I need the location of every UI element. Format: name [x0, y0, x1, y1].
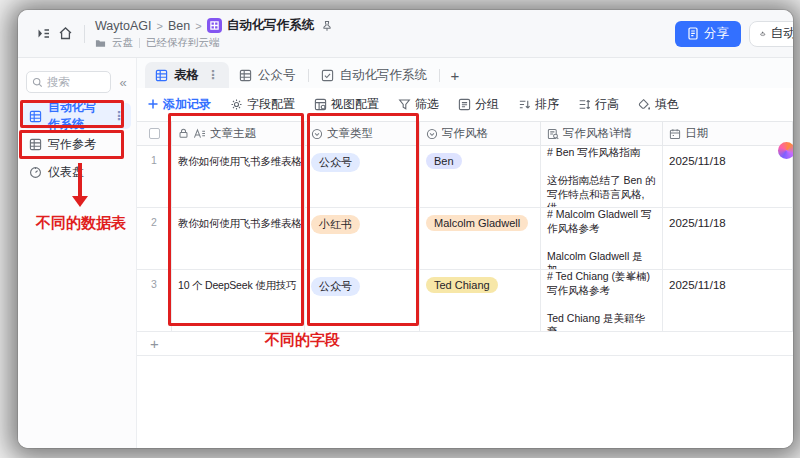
home-icon[interactable] [54, 23, 76, 45]
breadcrumb: WaytoAGI > Ben > 自动化写作系统 [95, 17, 335, 50]
table-row[interactable]: 3 10 个 DeepSeek 使用技巧 公众号 Ted Chiang # Te… [137, 270, 793, 332]
doc-search-icon [547, 128, 559, 140]
cell-topic[interactable]: 教你如何使用飞书多维表格 [172, 146, 305, 208]
text-field-icon [193, 128, 206, 139]
select-all-checkbox[interactable] [149, 128, 160, 139]
share-button[interactable]: 分享 [675, 21, 741, 47]
view-tab-bar: 表格 ⋮ 公众号 [137, 58, 793, 88]
pin-icon[interactable] [319, 18, 335, 34]
lock-icon [178, 128, 189, 139]
tag-writing-style[interactable]: Ted Chiang [426, 277, 498, 293]
add-record-button[interactable]: 添加记录 [147, 96, 211, 113]
tag-article-type[interactable]: 小红书 [311, 215, 360, 234]
tool-label: 视图配置 [331, 96, 379, 113]
status-divider [139, 38, 140, 48]
row-height-button[interactable]: 行高 [578, 96, 619, 113]
fill-color-button[interactable]: 填色 [638, 96, 679, 113]
tag-writing-style[interactable]: Malcolm Gladwell [426, 215, 528, 231]
ai-assistant-orb-icon[interactable] [778, 142, 793, 159]
column-header-style[interactable]: 写作风格 [420, 122, 541, 146]
add-view-button[interactable]: + [442, 62, 468, 88]
breadcrumb-separator: > [195, 20, 201, 32]
column-header-date[interactable]: 日期 [663, 122, 793, 146]
cell-date[interactable]: 2025/11/18 [663, 270, 793, 332]
cell-topic[interactable]: 教你如何使用飞书多维表格 [172, 208, 305, 270]
sort-button[interactable]: 排序 [518, 96, 559, 113]
tab-grid-view[interactable]: 表格 ⋮ [145, 62, 229, 88]
gear-icon [230, 98, 243, 111]
cell-style[interactable]: Ben [420, 146, 541, 208]
item-menu-icon[interactable]: ⋮ [113, 109, 125, 123]
tab-label: 公众号 [258, 67, 296, 84]
breadcrumb-parent[interactable]: Ben [168, 19, 190, 33]
filter-button[interactable]: 筛选 [398, 96, 439, 113]
cell-topic[interactable]: 10 个 DeepSeek 使用技巧 [172, 270, 305, 332]
storage-location[interactable]: 云盘 [112, 36, 133, 50]
calendar-icon [669, 128, 681, 140]
column-name: 写作风格 [442, 126, 488, 141]
sort-icon [518, 98, 531, 111]
view-config-icon [314, 98, 327, 111]
dashboard-gauge-icon [29, 166, 42, 179]
save-status: 已经保存到云端 [146, 36, 220, 50]
column-name: 日期 [685, 126, 708, 141]
tab-official-account[interactable]: 公众号 [229, 62, 306, 88]
table-row[interactable]: 1 教你如何使用飞书多维表格 公众号 Ben # Ben 写作风格指南 这份指南… [137, 146, 793, 208]
add-record-row[interactable]: + [137, 332, 793, 356]
cell-date[interactable]: 2025/11/18 [663, 146, 793, 208]
folder-icon [95, 38, 106, 49]
column-name: 写作风格详情 [563, 126, 632, 141]
tag-article-type[interactable]: 公众号 [311, 277, 360, 296]
tag-writing-style[interactable]: Ben [426, 153, 462, 169]
group-button[interactable]: 分组 [458, 96, 499, 113]
sidebar-item-writing-reference[interactable]: 写作参考 [23, 131, 131, 157]
cell-date[interactable]: 2025/11/18 [663, 208, 793, 270]
sidebar-toggle-icon[interactable] [32, 23, 54, 45]
sidebar-item-label: 自动化写作系统 [48, 99, 107, 133]
table-header-row: 文章主题 文章类型 [137, 121, 793, 146]
table-row[interactable]: 2 教你如何使用飞书多维表格 小红书 Malcolm Gladwell # Ma… [137, 208, 793, 270]
search-input-wrap [26, 71, 111, 93]
form-view-icon [321, 69, 334, 82]
tool-label: 行高 [595, 96, 619, 113]
view-config-button[interactable]: 视图配置 [314, 96, 379, 113]
column-header-type[interactable]: 文章类型 [305, 122, 420, 146]
topbar-actions: 分享 自动化 [675, 21, 793, 47]
column-name: 文章主题 [210, 126, 256, 141]
tab-auto-writing-system[interactable]: 自动化写作系统 [311, 62, 438, 88]
cell-style-detail[interactable]: # Ted Chiang (姜峯楠) 写作风格参考 Ted Chiang 是美籍… [541, 270, 663, 332]
tab-label: 表格 [174, 67, 199, 84]
cell-type[interactable]: 小红书 [305, 208, 420, 270]
tag-article-type[interactable]: 公众号 [311, 153, 360, 172]
sidebar-item-dashboard[interactable]: 仪表盘 [23, 159, 131, 185]
tab-label: 自动化写作系统 [340, 67, 428, 84]
cell-style-detail[interactable]: # Ben 写作风格指南 这份指南总结了 Ben 的写作特点和语言风格,供... [541, 146, 663, 208]
search-input[interactable] [47, 76, 99, 88]
column-header-topic[interactable]: 文章主题 [172, 122, 305, 146]
cell-type[interactable]: 公众号 [305, 270, 420, 332]
plus-icon [147, 98, 159, 110]
assistant-button-label: 自动化 [771, 25, 794, 42]
topbar-divider [84, 25, 85, 43]
single-select-icon [426, 128, 438, 140]
field-config-button[interactable]: 字段配置 [230, 96, 295, 113]
row-number: 1 [137, 146, 172, 208]
main-content: 表格 ⋮ 公众号 [137, 58, 793, 448]
cell-style[interactable]: Ted Chiang [420, 270, 541, 332]
cell-type[interactable]: 公众号 [305, 146, 420, 208]
collapse-sidebar-icon[interactable]: « [115, 75, 131, 90]
cell-style[interactable]: Malcolm Gladwell [420, 208, 541, 270]
sidebar-item-auto-writing-system[interactable]: 自动化写作系统 ⋮ [23, 103, 131, 129]
tool-label: 筛选 [415, 96, 439, 113]
row-height-icon [578, 98, 591, 111]
breadcrumb-root[interactable]: WaytoAGI [95, 19, 152, 33]
assistant-button[interactable]: 自动化 [749, 21, 793, 47]
row-number: 3 [137, 270, 172, 332]
table-toolbar: 添加记录 字段配置 视图配置 [137, 90, 793, 118]
tab-menu-icon[interactable]: ⋮ [207, 68, 219, 82]
column-name: 文章类型 [327, 126, 373, 141]
column-header-style-detail[interactable]: 写作风格详情 [541, 122, 663, 146]
cell-style-detail[interactable]: # Malcolm Gladwell 写作风格参考 Malcolm Gladwe… [541, 208, 663, 270]
share-button-label: 分享 [704, 25, 729, 42]
funnel-icon [398, 98, 411, 111]
